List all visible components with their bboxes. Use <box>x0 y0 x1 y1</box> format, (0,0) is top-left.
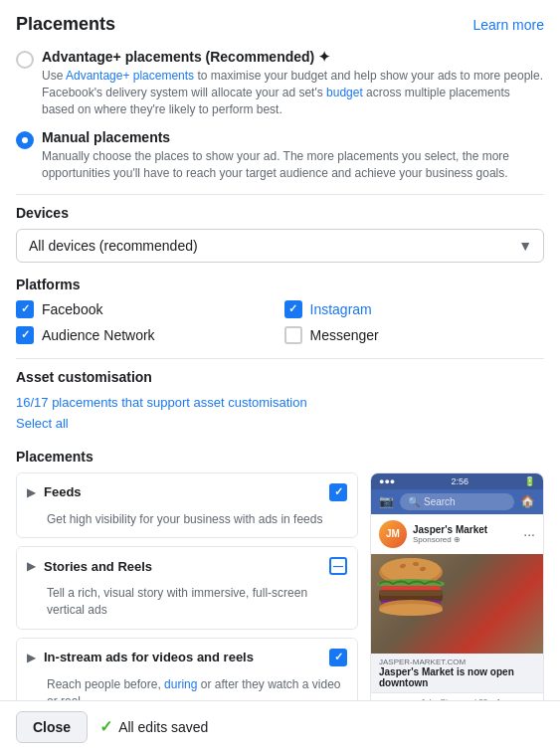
placement-feeds-header[interactable]: ▶ Feeds <box>17 473 357 511</box>
platforms-section: Platforms Facebook Instagram Audience Ne… <box>16 277 544 344</box>
platforms-label: Platforms <box>16 277 544 292</box>
divider-2 <box>16 358 544 359</box>
asset-customisation-section: Asset customisation 16/17 placements tha… <box>16 369 544 435</box>
phone-ad-card: JM Jasper's Market Sponsored ⊕ ··· <box>371 514 543 719</box>
asset-customisation-label: Asset customisation <box>16 369 544 385</box>
placement-stories-header[interactable]: ▶ Stories and Reels <box>17 547 357 585</box>
advantage-icon: ✦ <box>318 49 330 65</box>
stories-checkbox[interactable] <box>329 557 347 575</box>
learn-more-link[interactable]: Learn more <box>472 17 544 33</box>
feeds-title: Feeds <box>44 484 329 499</box>
phone-time: 2:56 <box>451 476 468 486</box>
manual-placements-label: Manual placements <box>42 129 544 145</box>
instream-checkbox[interactable] <box>329 649 347 666</box>
messenger-checkbox[interactable] <box>284 326 302 344</box>
platform-messenger[interactable]: Messenger <box>284 326 545 344</box>
facebook-checkbox[interactable] <box>16 300 34 318</box>
placements-sub-title: Placements <box>16 449 544 465</box>
svg-point-11 <box>379 604 443 616</box>
phone-battery: 🔋 <box>524 476 535 486</box>
footer-bar: Close ✓ All edits saved <box>0 700 560 752</box>
phone-ad-title: Jasper's Market is now open downtown <box>379 666 535 688</box>
platform-facebook[interactable]: Facebook <box>16 300 277 318</box>
stories-chevron-icon: ▶ <box>27 559 36 573</box>
instream-title: In-stream ads for videos and reels <box>44 650 329 664</box>
facebook-label: Facebook <box>42 301 102 317</box>
platforms-grid: Facebook Instagram Audience Network Mess… <box>16 300 544 344</box>
search-icon: 🔍 <box>408 496 420 507</box>
header-row: Placements Learn more <box>16 14 544 35</box>
close-button[interactable]: Close <box>16 711 88 743</box>
phone-search-input[interactable]: 🔍 Search <box>400 493 514 510</box>
advantage-plus-desc: Use Advantage+ placements to maximise yo… <box>42 68 544 117</box>
audience-network-checkbox[interactable] <box>16 326 34 344</box>
devices-select[interactable]: All devices (recommended) Mobile only De… <box>16 229 544 263</box>
check-icon: ✓ <box>99 717 112 736</box>
phone-ad-header: JM Jasper's Market Sponsored ⊕ ··· <box>371 514 543 554</box>
manual-placements-option[interactable]: Manual placements Manually choose the pl… <box>16 129 544 182</box>
asset-count-text: 16/17 placements that support asset cust… <box>16 393 544 414</box>
instagram-label: Instagram <box>310 301 372 317</box>
feeds-chevron-icon: ▶ <box>27 485 36 499</box>
devices-label: Devices <box>16 205 544 221</box>
phone-signal: ●●● <box>379 476 395 486</box>
devices-section: Devices All devices (recommended) Mobile… <box>16 205 544 263</box>
placement-feeds: ▶ Feeds Get high visibility for your bus… <box>16 472 358 539</box>
phone-status-bar: ●●● 2:56 🔋 <box>371 473 543 489</box>
placement-instream-header[interactable]: ▶ In-stream ads for videos and reels <box>17 639 357 676</box>
stories-desc: Tell a rich, visual story with immersive… <box>17 585 357 629</box>
phone-ad-url: JASPER-MARKET.COM <box>379 658 535 666</box>
instream-chevron-icon: ▶ <box>27 651 36 664</box>
phone-preview: ●●● 2:56 🔋 📷 🔍 Search 🏠 JM <box>370 472 544 720</box>
platform-instagram[interactable]: Instagram <box>284 300 545 318</box>
phone-avatar: JM <box>379 520 407 548</box>
phone-more-icon[interactable]: ··· <box>523 526 535 542</box>
phone-search-bar: 📷 🔍 Search 🏠 <box>371 489 543 514</box>
phone-ad-footer: JASPER-MARKET.COM Jasper's Market is now… <box>371 654 543 692</box>
phone-ad-meta: Jasper's Market Sponsored ⊕ <box>413 524 517 544</box>
divider-1 <box>16 194 544 195</box>
platform-audience-network[interactable]: Audience Network <box>16 326 277 344</box>
stories-title: Stories and Reels <box>44 559 329 574</box>
instagram-checkbox[interactable] <box>284 300 302 318</box>
burger-image <box>371 554 451 624</box>
phone-ad-image <box>371 554 543 654</box>
advantage-plus-option[interactable]: Advantage+ placements (Recommended) ✦ Us… <box>16 49 544 117</box>
advantage-plus-label: Advantage+ placements (Recommended) ✦ <box>42 49 544 65</box>
page-container: Placements Learn more Advantage+ placeme… <box>0 0 560 752</box>
page-title: Placements <box>16 14 115 35</box>
camera-icon: 📷 <box>379 494 394 508</box>
manual-placements-content: Manual placements Manually choose the pl… <box>42 129 544 182</box>
svg-point-1 <box>381 558 441 582</box>
manual-placements-desc: Manually choose the places to show your … <box>42 148 544 182</box>
devices-dropdown-wrapper: All devices (recommended) Mobile only De… <box>16 229 544 263</box>
home-icon: 🏠 <box>520 494 535 508</box>
phone-ad-sponsored: Sponsored ⊕ <box>413 535 517 544</box>
advantage-plus-radio[interactable] <box>16 51 34 69</box>
messenger-label: Messenger <box>310 327 379 343</box>
placement-stories: ▶ Stories and Reels Tell a rich, visual … <box>16 546 358 630</box>
asset-count-link[interactable]: 16/17 placements that support asset cust… <box>16 395 307 410</box>
svg-rect-8 <box>379 590 443 596</box>
main-content: Placements Learn more Advantage+ placeme… <box>0 0 560 752</box>
saved-status: ✓ All edits saved <box>99 717 208 736</box>
audience-network-label: Audience Network <box>42 327 155 343</box>
manual-placements-radio[interactable] <box>16 131 34 149</box>
phone-ad-name: Jasper's Market <box>413 524 517 535</box>
saved-label: All edits saved <box>118 719 208 735</box>
advantage-plus-content: Advantage+ placements (Recommended) ✦ Us… <box>42 49 544 117</box>
search-placeholder-text: Search <box>424 496 456 507</box>
select-all-link[interactable]: Select all <box>16 414 544 435</box>
feeds-desc: Get high visibility for your business wi… <box>17 511 357 538</box>
feeds-checkbox[interactable] <box>329 483 347 501</box>
